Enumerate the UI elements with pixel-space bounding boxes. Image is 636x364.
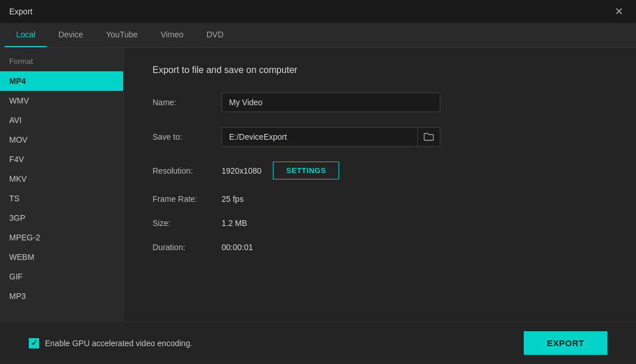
tab-bar: Local Device YouTube Vimeo DVD [0,23,636,48]
resolution-row: Resolution: 1920x1080 SETTINGS [153,162,607,179]
tab-dvd[interactable]: DVD [195,23,235,47]
gpu-checkbox-row: ✓ Enable GPU accelerated video encoding. [29,338,192,348]
size-label: Size: [153,219,222,228]
export-dialog: Export ✕ Local Device YouTube Vimeo DVD … [0,0,636,364]
name-label: Name: [153,98,222,107]
title-bar: Export ✕ [0,0,636,23]
content-area: Export to file and save on computer Name… [124,48,636,321]
save-to-row: Save to: [153,127,607,147]
tab-youtube[interactable]: YouTube [94,23,149,47]
save-to-input[interactable] [222,127,418,147]
format-mov[interactable]: MOV [0,130,123,150]
format-ts[interactable]: TS [0,189,123,208]
format-gif[interactable]: GIF [0,267,123,286]
format-mp4[interactable]: MP4 [0,71,123,91]
duration-label: Duration: [153,243,222,252]
frame-rate-value: 25 fps [222,194,243,204]
tab-local[interactable]: Local [5,23,47,47]
format-label: Format [0,57,123,71]
save-to-wrapper [222,127,440,147]
gpu-label: Enable GPU accelerated video encoding. [45,339,192,348]
folder-icon [424,132,434,141]
format-wmv[interactable]: WMV [0,91,123,110]
export-button[interactable]: EXPORT [524,331,607,355]
bottom-bar: ✓ Enable GPU accelerated video encoding.… [0,321,636,364]
name-control [222,93,607,112]
close-button[interactable]: ✕ [611,4,627,19]
content-title: Export to file and save on computer [153,65,607,75]
tab-device[interactable]: Device [47,23,94,47]
settings-button[interactable]: SETTINGS [273,162,339,179]
format-mp3[interactable]: MP3 [0,286,123,306]
gpu-checkbox[interactable]: ✓ [29,338,39,348]
save-to-label: Save to: [153,132,222,141]
size-control: 1.2 MB [222,219,607,228]
frame-rate-label: Frame Rate: [153,194,222,204]
save-to-control [222,127,607,147]
size-row: Size: 1.2 MB [153,219,607,228]
checkmark-icon: ✓ [31,339,37,347]
resolution-row-inner: 1920x1080 SETTINGS [222,162,607,179]
tab-vimeo[interactable]: Vimeo [149,23,195,47]
resolution-label: Resolution: [153,166,222,175]
browse-folder-button[interactable] [418,127,440,147]
format-mkv[interactable]: MKV [0,169,123,189]
format-3gp[interactable]: 3GP [0,208,123,228]
format-avi[interactable]: AVI [0,110,123,130]
duration-row: Duration: 00:00:01 [153,243,607,252]
sidebar: Format MP4 WMV AVI MOV F4V MKV TS 3GP MP… [0,48,124,321]
format-mpeg2[interactable]: MPEG-2 [0,228,123,247]
duration-control: 00:00:01 [222,243,607,252]
format-f4v[interactable]: F4V [0,150,123,169]
name-row: Name: [153,93,607,112]
frame-rate-row: Frame Rate: 25 fps [153,194,607,204]
resolution-value: 1920x1080 [222,166,261,175]
duration-value: 00:00:01 [222,243,253,252]
main-area: Format MP4 WMV AVI MOV F4V MKV TS 3GP MP… [0,48,636,321]
dialog-title: Export [9,7,32,16]
size-value: 1.2 MB [222,219,247,228]
name-input[interactable] [222,93,440,112]
resolution-control: 1920x1080 SETTINGS [222,162,607,179]
format-webm[interactable]: WEBM [0,247,123,267]
frame-rate-control: 25 fps [222,194,607,204]
